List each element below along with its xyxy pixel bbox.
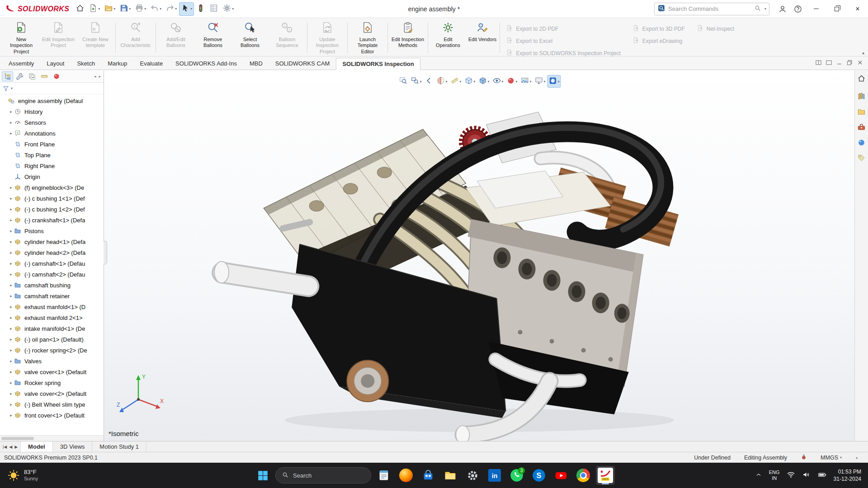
tree-item-history[interactable]: ▸History [0, 106, 104, 117]
account-button[interactable] [775, 0, 790, 18]
dropdown-caret-icon[interactable]: ▾ [530, 80, 532, 84]
view-settings-button[interactable]: ▾ [533, 75, 547, 88]
measure-button[interactable]: ▾ [449, 75, 462, 88]
dropdown-caret-icon[interactable]: ▾ [190, 7, 192, 11]
tab-scroll-buttons[interactable]: |◀ ◀ ▶ [0, 441, 21, 452]
expand-arrow-icon[interactable]: ▸ [8, 391, 14, 396]
display-style-button[interactable]: ▾ [477, 75, 491, 88]
restore-document-button[interactable] [846, 59, 853, 67]
solidworks-taskbar-icon[interactable]: 2023 [596, 466, 615, 485]
tree-item-valve-cover-2-default[interactable]: ▸valve cover<2> (Default [0, 388, 104, 399]
taskbar-search[interactable]: Search [275, 467, 371, 483]
front-cover-hub-part[interactable] [347, 360, 388, 402]
design-library-button[interactable] [856, 91, 867, 102]
tab-assembly[interactable]: Assembly [2, 57, 40, 70]
tree-item-right-plane[interactable]: Right Plane [0, 160, 104, 171]
expand-arrow-icon[interactable]: ▸ [8, 283, 14, 287]
tree-item-camshaft-2-defau[interactable]: ▸(-) camshaft<2> (Defau [0, 269, 104, 280]
options-button[interactable]: ▾ [221, 2, 236, 16]
tree-item-oil-pan-1-default[interactable]: ▸(-) oil pan<1> (Default) [0, 334, 104, 345]
tree-item-rocker-spring-2-de[interactable]: ▸(-) rocker spring<2> (De [0, 345, 104, 356]
appearances-button[interactable] [856, 137, 867, 148]
expand-arrow-icon[interactable]: ▸ [8, 185, 14, 190]
configurationmanager-tab[interactable] [26, 71, 38, 81]
expand-arrow-icon[interactable]: ▸ [8, 348, 14, 352]
launch-template-editor-button[interactable]: Launch Template Editor [349, 20, 386, 55]
tree-item-valves[interactable]: ▸Valves [0, 356, 104, 366]
linkedin-taskbar-icon[interactable]: in [485, 466, 504, 485]
expand-arrow-icon[interactable]: ▸ [8, 305, 14, 309]
new-document-button[interactable]: ▾ [87, 2, 102, 16]
firefox-taskbar-icon[interactable] [396, 466, 415, 485]
tree-item-annotations[interactable]: ▸AAnnotations [0, 128, 104, 139]
tree-filter[interactable]: ▾ [0, 83, 104, 94]
engine-assembly-model[interactable] [104, 70, 854, 441]
notepad-taskbar-icon[interactable] [374, 466, 393, 485]
tree-item-rocker-spring[interactable]: ▸Rocker spring [0, 377, 104, 388]
new-inspection-project-button[interactable]: New Inspection Project [3, 20, 40, 55]
expand-arrow-icon[interactable]: ▸ [8, 315, 14, 320]
hide-show-button[interactable]: ▾ [491, 75, 505, 88]
tab-motion-study-1[interactable]: Motion Study 1 [92, 441, 146, 452]
help-button[interactable] [790, 0, 806, 18]
tree-item-camshaft-1-defau[interactable]: ▸(-) camshaft<1> (Defau [0, 258, 104, 269]
dropdown-caret-icon[interactable]: ▾ [459, 80, 461, 84]
whatsapp-taskbar-icon[interactable]: 3 [507, 466, 526, 485]
expand-arrow-icon[interactable]: ▸ [8, 250, 14, 255]
undo-button[interactable]: ▾ [148, 2, 163, 16]
expand-arrow-icon[interactable]: ▸ [8, 402, 14, 407]
home-button[interactable] [856, 73, 867, 84]
edit-appearance-button[interactable]: ▾ [505, 75, 519, 88]
dropdown-caret-icon[interactable]: ▾ [420, 80, 421, 84]
expand-arrow-icon[interactable]: ▸ [8, 359, 14, 363]
file-properties-button[interactable] [208, 2, 220, 16]
tab-solidworks-add-ins[interactable]: SOLIDWORKS Add-Ins [169, 57, 243, 70]
start-button[interactable] [253, 466, 272, 485]
print-button[interactable]: ▾ [133, 2, 148, 16]
tab-sketch[interactable]: Sketch [71, 57, 101, 70]
youtube-taskbar-icon[interactable] [552, 466, 571, 485]
single-view-button[interactable] [826, 59, 832, 67]
expand-arrow-icon[interactable]: ▸ [8, 326, 14, 331]
dropdown-caret-icon[interactable]: ▾ [544, 80, 546, 84]
first-tab-icon[interactable]: |◀ [3, 445, 7, 449]
minimize-button[interactable] [806, 0, 826, 18]
settings-taskbar-icon[interactable] [463, 466, 482, 485]
tab-solidworks-cam[interactable]: SOLIDWORKS CAM [269, 57, 336, 70]
language-indicator[interactable]: ENG IN [769, 469, 780, 481]
3d-experience-button[interactable]: ▾ [547, 75, 561, 88]
dimxpert-tab[interactable] [38, 71, 50, 81]
expand-arrow-icon[interactable]: ▸ [8, 239, 14, 244]
minimize-document-button[interactable] [836, 59, 843, 67]
split-view-button[interactable] [815, 59, 822, 67]
tab-solidworks-inspection[interactable]: SOLIDWORKS Inspection [336, 58, 420, 70]
tree-item-crankshaft-1-defa[interactable]: ▸(-) crankshaft<1> (Defa [0, 215, 104, 225]
file-explorer-taskbar-icon[interactable] [441, 466, 460, 485]
featuremanager-tab[interactable] [2, 71, 13, 81]
tree-item-f-engineblock-3-de[interactable]: ▸(f) engineblock<3> (De [0, 182, 104, 193]
dropdown-caret-icon[interactable]: ▾ [175, 7, 177, 11]
expand-arrow-icon[interactable]: ▸ [8, 370, 14, 374]
open-button[interactable]: ▾ [102, 2, 117, 16]
dropdown-caret-icon[interactable]: ▾ [232, 7, 234, 11]
dropdown-caret-icon[interactable]: ▾ [98, 7, 100, 11]
graphics-area[interactable]: ▾▾▾▾▾▾▾▾▾▾ Y X Z *Isometric [104, 70, 854, 441]
store-taskbar-icon[interactable] [419, 466, 438, 485]
tree-item-cylinder-head-2-defa[interactable]: ▸cylinder head<2> (Defa [0, 247, 104, 258]
rebuild-button[interactable] [194, 2, 207, 16]
volume-icon[interactable] [802, 470, 811, 480]
dropdown-caret-icon[interactable]: ▾ [487, 80, 489, 84]
prev-tab-icon[interactable]: ◀ [9, 445, 12, 449]
select-balloons-button[interactable]: Select Balloons [231, 20, 269, 55]
edit-vendors-button[interactable]: Edit Vendors [467, 20, 498, 55]
tab-layout[interactable]: Layout [40, 57, 71, 70]
expand-arrow-icon[interactable]: ▸ [8, 413, 14, 418]
close-document-button[interactable] [857, 59, 863, 67]
dropdown-caret-icon[interactable]: ▾ [129, 7, 131, 11]
propertymanager-tab[interactable] [14, 71, 25, 81]
tree-item-belt-wheel-slim-type[interactable]: ▸(-) Belt Wheel slim type [0, 399, 104, 410]
apply-scene-button[interactable]: ▾ [519, 75, 533, 88]
displaymanager-tab[interactable] [51, 71, 62, 81]
tree-item-pistons[interactable]: ▸Pistons [0, 225, 104, 236]
scroll-right-icon[interactable]: ▸ [99, 74, 101, 79]
